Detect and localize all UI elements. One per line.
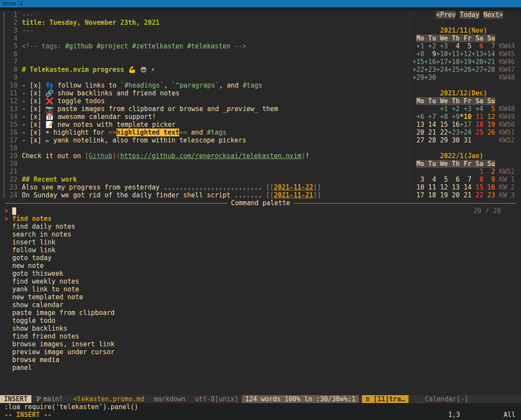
calendar-day[interactable]: +25 [448, 66, 460, 74]
calendar-day[interactable]: 13 [412, 121, 424, 129]
calendar-day[interactable]: 16 [484, 183, 495, 191]
calendar-day[interactable]: +8 [412, 50, 424, 58]
calendar-day[interactable]: 21 [424, 129, 436, 136]
calendar-day[interactable]: 21 [460, 191, 471, 199]
palette-item[interactable]: preview image under cursor [0, 348, 521, 356]
editor-line[interactable]: 12- [x] ❌ toggle todos [0, 97, 409, 105]
calendar-day[interactable]: 25 [471, 129, 483, 136]
palette-item[interactable]: insert link [0, 238, 521, 246]
calendar-day[interactable]: 18 [424, 191, 436, 199]
calendar-day[interactable]: 3 [412, 176, 424, 183]
calendar-day[interactable]: 7 [460, 176, 471, 183]
command-line[interactable]: :lua require('telekasten').panel() [0, 403, 521, 411]
calendar-day[interactable]: +11 [448, 50, 460, 58]
calendar-day[interactable]: +23 [448, 129, 460, 136]
calendar-day[interactable]: 6 [471, 42, 483, 50]
calendar-day[interactable]: 15 [436, 121, 448, 129]
calendar-day[interactable]: 4 [424, 176, 436, 183]
palette-item[interactable]: browse media [0, 356, 521, 364]
calendar-day[interactable]: 7 [484, 42, 495, 50]
editor-line[interactable]: 10- [x] 👣 follow links to `#headings`, `… [0, 81, 409, 89]
calendar-day[interactable]: 22 [471, 191, 483, 199]
calendar-day[interactable]: 18 [471, 121, 483, 129]
calendar-day[interactable]: +26 [460, 66, 471, 74]
calendar-day[interactable]: 4 [448, 42, 460, 50]
editor-line[interactable]: 11- [x] 🔗 show backlinks and friend note… [0, 89, 409, 97]
palette-item[interactable]: paste image from clipboard [0, 309, 521, 317]
calendar-day[interactable]: +14 [484, 50, 495, 58]
link[interactable]: https://github.com/renerocksai/telekaste… [120, 152, 301, 160]
palette-item[interactable]: browse images, insert link [0, 340, 521, 348]
tab-indicator[interactable]: ≡ [11]tra… [362, 395, 408, 403]
calendar-day[interactable]: 27 [412, 136, 424, 144]
palette-item[interactable]: goto thisweek [0, 270, 521, 278]
calendar-day[interactable]: 5 [460, 42, 471, 50]
calendar-day[interactable]: +3 [436, 42, 448, 50]
calendar-day[interactable]: +28 [484, 66, 495, 74]
calendar-day[interactable]: 2 [484, 168, 495, 176]
calendar-day[interactable]: +7 [424, 113, 436, 121]
calendar-day[interactable]: 29 [436, 136, 448, 144]
calendar-day[interactable]: +9 [448, 113, 460, 121]
calendar-day[interactable]: +19 [460, 58, 471, 66]
calendar-day[interactable]: +17 [436, 58, 448, 66]
calendar-day[interactable]: 19 [436, 191, 448, 199]
editor-line[interactable]: 16- [x] ☀ highlight for ==highlighted te… [0, 129, 409, 136]
calendar-day[interactable]: 1 [471, 168, 483, 176]
calendar-day[interactable]: +20 [471, 58, 483, 66]
calendar-day[interactable]: 9 [484, 176, 495, 183]
calendar-day[interactable]: +21 [484, 58, 495, 66]
calendar-day[interactable]: 16 [448, 121, 460, 129]
link[interactable]: Github [89, 152, 112, 160]
palette-item[interactable]: yank link to note [0, 285, 521, 293]
calendar-day[interactable]: 15 [471, 183, 483, 191]
calendar-day[interactable]: 19 [484, 121, 495, 129]
calendar-day[interactable]: +17 [460, 121, 471, 129]
palette-item[interactable]: follow link [0, 246, 521, 254]
editor-line[interactable]: 23Also see my progress from yesterday ..… [0, 183, 409, 191]
editor-line[interactable]: 20 [0, 160, 409, 168]
calendar-day[interactable]: 30 [448, 136, 460, 144]
calendar-day[interactable]: +18 [448, 58, 460, 66]
editor-line[interactable]: 6 [0, 50, 409, 58]
calendar-day[interactable]: 8 [471, 176, 483, 183]
calendar-day[interactable]: +22 [412, 66, 424, 74]
link[interactable]: 2021-11-21 [274, 191, 313, 199]
editor-line[interactable]: 1--- [0, 11, 409, 19]
calendar-day[interactable]: 17 [412, 191, 424, 199]
editor-line[interactable]: 17- [x] ✏ yank notelink, also from withi… [0, 136, 409, 144]
calendar-prev-button[interactable]: <Prev [436, 11, 456, 19]
calendar-day[interactable]: +29 [412, 74, 424, 81]
palette-item[interactable]: panel [0, 364, 521, 372]
calendar-day[interactable]: 9 [424, 50, 436, 58]
calendar-day[interactable]: +1 [436, 105, 448, 113]
editor-line[interactable]: 2title: Tuesday, November 23th, 2021 [0, 19, 409, 27]
editor-line[interactable]: 5<!-- tags: #github #project #zettelkast… [0, 42, 409, 50]
calendar-day[interactable]: +24 [436, 66, 448, 74]
editor-line[interactable]: 15- [x] 📝 new notes with template picker [0, 121, 409, 129]
calendar-day[interactable]: +1 [412, 42, 424, 50]
calendar-day[interactable]: +16 [424, 58, 436, 66]
calendar-day[interactable]: +2 [448, 105, 460, 113]
editor-line[interactable]: 3--- [0, 27, 409, 34]
palette-item[interactable]: toggle todo [0, 317, 521, 325]
palette-item[interactable]: show calendar [0, 301, 521, 309]
calendar-day[interactable]: 26 [484, 129, 495, 136]
calendar-day[interactable]: +13 [471, 50, 483, 58]
palette-item[interactable]: show backlinks [0, 325, 521, 332]
editor-line[interactable]: 21 [0, 168, 409, 176]
calendar-day[interactable]: +27 [471, 66, 483, 74]
calendar-day[interactable]: 31 [460, 136, 471, 144]
editor-line[interactable]: 22## Recent work [0, 176, 409, 183]
calendar-day[interactable]: +15 [412, 58, 424, 66]
palette-item[interactable]: find friend notes [0, 332, 521, 340]
calendar-next-button[interactable]: Next> [484, 11, 503, 19]
calendar-day[interactable]: *10 [460, 113, 471, 121]
link[interactable]: 2021-11-22 [274, 183, 313, 191]
calendar-day[interactable]: 20 [448, 191, 460, 199]
palette-prompt[interactable]: > 20 / 20 [0, 207, 521, 215]
editor-line[interactable]: 24On Sunday we got rid of the daily find… [0, 191, 409, 199]
calendar-day[interactable]: 5 [484, 105, 495, 113]
calendar-day[interactable]: +4 [471, 105, 483, 113]
calendar-day[interactable]: 12 [484, 113, 495, 121]
